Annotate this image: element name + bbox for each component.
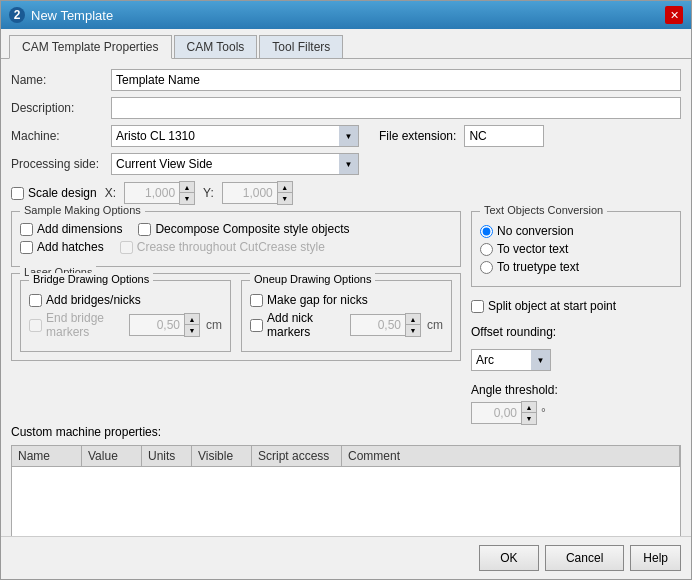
- end-bridge-row: End bridge markers ▲ ▼: [29, 311, 222, 339]
- xy-group: X: ▲ ▼ Y: ▲ ▼: [105, 181, 293, 205]
- window-icon: 2: [9, 7, 25, 23]
- processing-side-select-wrap: Current View Side ▼: [111, 153, 359, 175]
- col-visible: Visible: [192, 446, 252, 466]
- scale-design-label: Scale design: [28, 186, 97, 200]
- crease-checkbox[interactable]: [120, 241, 133, 254]
- angle-decrement[interactable]: ▼: [522, 413, 536, 424]
- add-dimensions-checkbox[interactable]: [20, 223, 33, 236]
- decompose-checkbox[interactable]: [138, 223, 151, 236]
- bridge-increment[interactable]: ▲: [185, 314, 199, 325]
- processing-side-label: Processing side:: [11, 157, 111, 171]
- to-vector-radio[interactable]: [480, 243, 493, 256]
- description-row: Description:: [11, 97, 681, 119]
- offset-rounding-select-wrap: Arc Round Square ▼: [471, 349, 551, 371]
- scale-design-checkbox-label[interactable]: Scale design: [11, 186, 97, 200]
- oneup-value-input[interactable]: [350, 314, 405, 336]
- y-increment[interactable]: ▲: [278, 182, 292, 193]
- tab-bar: CAM Template Properties CAM Tools Tool F…: [1, 29, 691, 59]
- add-hatches-text: Add hatches: [37, 240, 104, 254]
- end-bridge-checkbox[interactable]: [29, 319, 42, 332]
- bridge-decrement[interactable]: ▼: [185, 325, 199, 336]
- sample-row-2: Add hatches Crease throughout CutCrease …: [20, 240, 452, 254]
- angle-threshold-input[interactable]: [471, 402, 521, 424]
- custom-machine-section: Custom machine properties: Name Value Un…: [11, 425, 681, 536]
- name-input[interactable]: [111, 69, 681, 91]
- add-nick-text: Add nick markers: [267, 311, 346, 339]
- file-extension-input[interactable]: [464, 125, 544, 147]
- text-objects-group: Text Objects Conversion No conversion To…: [471, 211, 681, 287]
- custom-machine-table: Name Value Units Visible Script access C…: [11, 445, 681, 536]
- no-conversion-radio[interactable]: [480, 225, 493, 238]
- table-header: Name Value Units Visible Script access C…: [12, 446, 680, 467]
- to-truetype-label: To truetype text: [497, 260, 579, 274]
- scale-design-checkbox[interactable]: [11, 187, 24, 200]
- machine-select[interactable]: Aristo CL 1310: [111, 125, 359, 147]
- make-gap-checkbox[interactable]: [250, 294, 263, 307]
- help-button[interactable]: Help: [630, 545, 681, 571]
- x-decrement[interactable]: ▼: [180, 193, 194, 204]
- main-split: Sample Making Options Add dimensions Dec…: [11, 211, 681, 425]
- title-bar: 2 New Template ✕: [1, 1, 691, 29]
- ok-button[interactable]: OK: [479, 545, 539, 571]
- window-title: New Template: [31, 8, 113, 23]
- y-decrement[interactable]: ▼: [278, 193, 292, 204]
- x-increment[interactable]: ▲: [180, 182, 194, 193]
- bottom-bar: OK Cancel Help: [1, 536, 691, 579]
- y-input[interactable]: [222, 182, 277, 204]
- end-bridge-text: End bridge markers: [46, 311, 125, 339]
- custom-machine-title: Custom machine properties:: [11, 425, 161, 439]
- crease-label: Crease throughout CutCrease style: [120, 240, 325, 254]
- to-truetype-radio[interactable]: [480, 261, 493, 274]
- x-label: X:: [105, 186, 116, 200]
- col-units: Units: [142, 446, 192, 466]
- description-input[interactable]: [111, 97, 681, 119]
- laser-options-group: Laser Options Bridge Drawing Options Add…: [11, 273, 461, 361]
- close-button[interactable]: ✕: [665, 6, 683, 24]
- scale-design-row: Scale design X: ▲ ▼ Y: ▲ ▼: [11, 181, 681, 205]
- add-nick-checkbox[interactable]: [250, 319, 263, 332]
- sample-making-title: Sample Making Options: [20, 204, 145, 216]
- angle-threshold-spinner: ▲ ▼: [471, 401, 537, 425]
- oneup-drawing-title: Oneup Drawing Options: [250, 273, 375, 285]
- no-conversion-label: No conversion: [497, 224, 574, 238]
- col-value: Value: [82, 446, 142, 466]
- processing-side-row: Processing side: Current View Side ▼: [11, 153, 681, 175]
- bridge-spinner: ▲ ▼: [129, 313, 200, 337]
- bridge-drawing-title: Bridge Drawing Options: [29, 273, 153, 285]
- bridge-drawing-group: Bridge Drawing Options Add bridges/nicks: [20, 280, 231, 352]
- bridge-value-input[interactable]: [129, 314, 184, 336]
- decompose-label[interactable]: Decompose Composite style objects: [138, 222, 349, 236]
- cancel-button[interactable]: Cancel: [545, 545, 624, 571]
- add-dimensions-text: Add dimensions: [37, 222, 122, 236]
- add-bridges-text: Add bridges/nicks: [46, 293, 141, 307]
- add-dimensions-label[interactable]: Add dimensions: [20, 222, 122, 236]
- offset-rounding-row: Offset rounding:: [471, 325, 681, 339]
- offset-rounding-select[interactable]: Arc Round Square: [471, 349, 551, 371]
- split-object-checkbox[interactable]: [471, 300, 484, 313]
- tab-tool-filters[interactable]: Tool Filters: [259, 35, 343, 58]
- add-bridges-checkbox[interactable]: [29, 294, 42, 307]
- left-column: Sample Making Options Add dimensions Dec…: [11, 211, 461, 425]
- bridge-unit: cm: [206, 318, 222, 332]
- no-conversion-row: No conversion: [480, 224, 672, 238]
- add-hatches-checkbox[interactable]: [20, 241, 33, 254]
- split-object-row: Split object at start point: [471, 299, 681, 313]
- oneup-increment[interactable]: ▲: [406, 314, 420, 325]
- x-input[interactable]: [124, 182, 179, 204]
- angle-increment[interactable]: ▲: [522, 402, 536, 413]
- processing-side-select[interactable]: Current View Side: [111, 153, 359, 175]
- tab-cam-template-properties[interactable]: CAM Template Properties: [9, 35, 172, 59]
- table-body: [12, 467, 680, 536]
- to-vector-label: To vector text: [497, 242, 568, 256]
- offset-rounding-label: Offset rounding:: [471, 325, 556, 339]
- make-gap-row: Make gap for nicks: [250, 293, 443, 307]
- text-objects-title: Text Objects Conversion: [480, 204, 607, 216]
- add-bridges-row: Add bridges/nicks: [29, 293, 222, 307]
- oneup-decrement[interactable]: ▼: [406, 325, 420, 336]
- add-hatches-label[interactable]: Add hatches: [20, 240, 104, 254]
- tab-cam-tools[interactable]: CAM Tools: [174, 35, 258, 58]
- file-extension-row: File extension:: [379, 125, 544, 147]
- description-label: Description:: [11, 101, 111, 115]
- main-window: 2 New Template ✕ CAM Template Properties…: [0, 0, 692, 580]
- angle-threshold-label: Angle threshold:: [471, 383, 558, 397]
